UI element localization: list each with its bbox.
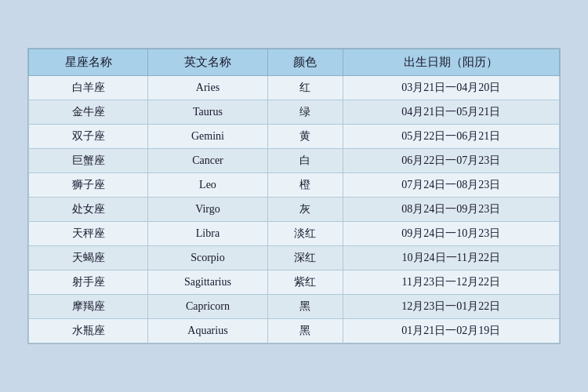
table-row: 金牛座Taurus绿04月21日一05月21日	[29, 100, 560, 125]
cell-color: 深红	[267, 246, 343, 270]
cell-english-name: Aquarius	[148, 319, 267, 343]
cell-color: 灰	[267, 198, 343, 222]
cell-chinese-name: 天秤座	[29, 222, 148, 246]
cell-english-name: Virgo	[148, 198, 267, 222]
cell-chinese-name: 摩羯座	[29, 295, 148, 319]
cell-dates: 10月24日一11月22日	[343, 246, 559, 270]
table-row: 处女座Virgo灰08月24日一09月23日	[29, 198, 560, 222]
table-row: 射手座Sagittarius紫红11月23日一12月22日	[29, 270, 560, 295]
cell-color: 黑	[267, 295, 343, 319]
table-row: 巨蟹座Cancer白06月22日一07月23日	[29, 149, 560, 173]
table-row: 天蝎座Scorpio深红10月24日一11月22日	[29, 246, 560, 270]
cell-dates: 09月24日一10月23日	[343, 222, 559, 246]
cell-color: 淡红	[267, 222, 343, 246]
cell-english-name: Scorpio	[148, 246, 267, 270]
cell-dates: 05月22日一06月21日	[343, 125, 559, 149]
cell-color: 黄	[267, 125, 343, 149]
cell-chinese-name: 双子座	[29, 125, 148, 149]
table-row: 白羊座Aries红03月21日一04月20日	[29, 76, 560, 100]
table-body: 白羊座Aries红03月21日一04月20日金牛座Taurus绿04月21日一0…	[29, 76, 560, 343]
cell-chinese-name: 射手座	[29, 270, 148, 295]
table-row: 双子座Gemini黄05月22日一06月21日	[29, 125, 560, 149]
cell-dates: 11月23日一12月22日	[343, 270, 559, 295]
header-birth-date: 出生日期（阳历）	[343, 49, 559, 76]
table-row: 摩羯座Capricorn黑12月23日一01月22日	[29, 295, 560, 319]
cell-chinese-name: 处女座	[29, 198, 148, 222]
cell-color: 橙	[267, 173, 343, 198]
cell-color: 绿	[267, 100, 343, 125]
zodiac-table-container: 星座名称 英文名称 颜色 出生日期（阳历） 白羊座Aries红03月21日一04…	[27, 48, 561, 344]
header-color: 颜色	[267, 49, 343, 76]
table-row: 狮子座Leo橙07月24日一08月23日	[29, 173, 560, 198]
cell-color: 黑	[267, 319, 343, 343]
cell-dates: 06月22日一07月23日	[343, 149, 559, 173]
cell-dates: 01月21日一02月19日	[343, 319, 559, 343]
cell-english-name: Libra	[148, 222, 267, 246]
cell-chinese-name: 巨蟹座	[29, 149, 148, 173]
cell-color: 白	[267, 149, 343, 173]
cell-english-name: Taurus	[148, 100, 267, 125]
cell-chinese-name: 狮子座	[29, 173, 148, 198]
zodiac-table: 星座名称 英文名称 颜色 出生日期（阳历） 白羊座Aries红03月21日一04…	[28, 49, 560, 343]
cell-chinese-name: 天蝎座	[29, 246, 148, 270]
cell-chinese-name: 白羊座	[29, 76, 148, 100]
cell-dates: 04月21日一05月21日	[343, 100, 559, 125]
header-chinese-name: 星座名称	[29, 49, 148, 76]
cell-english-name: Sagittarius	[148, 270, 267, 295]
cell-english-name: Leo	[148, 173, 267, 198]
cell-dates: 03月21日一04月20日	[343, 76, 559, 100]
cell-color: 红	[267, 76, 343, 100]
cell-dates: 12月23日一01月22日	[343, 295, 559, 319]
cell-english-name: Capricorn	[148, 295, 267, 319]
cell-chinese-name: 水瓶座	[29, 319, 148, 343]
table-header-row: 星座名称 英文名称 颜色 出生日期（阳历）	[29, 49, 560, 76]
cell-english-name: Gemini	[148, 125, 267, 149]
table-row: 天秤座Libra淡红09月24日一10月23日	[29, 222, 560, 246]
cell-english-name: Aries	[148, 76, 267, 100]
cell-dates: 07月24日一08月23日	[343, 173, 559, 198]
header-english-name: 英文名称	[148, 49, 267, 76]
cell-dates: 08月24日一09月23日	[343, 198, 559, 222]
cell-color: 紫红	[267, 270, 343, 295]
table-row: 水瓶座Aquarius黑01月21日一02月19日	[29, 319, 560, 343]
cell-chinese-name: 金牛座	[29, 100, 148, 125]
cell-english-name: Cancer	[148, 149, 267, 173]
